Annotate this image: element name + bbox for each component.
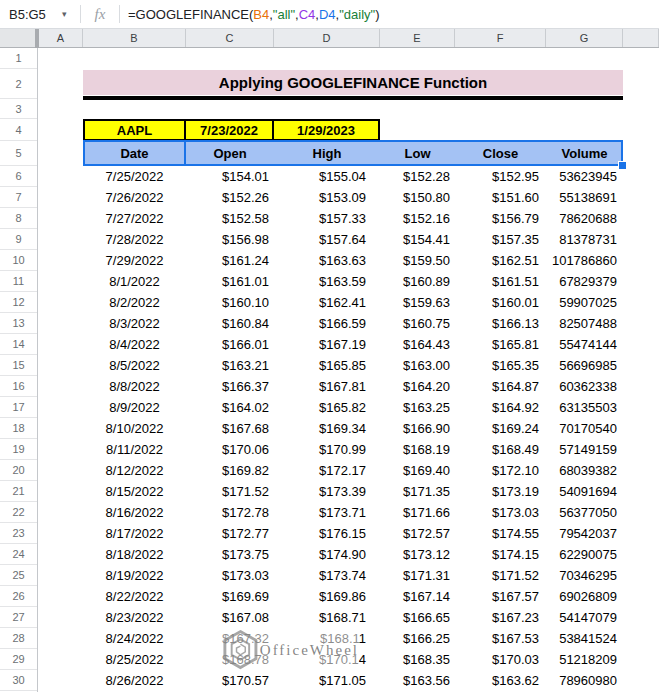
cell-open[interactable]: $166.01: [186, 334, 274, 355]
cell-close[interactable]: $172.10: [455, 460, 546, 481]
cell-high[interactable]: $170.99: [274, 439, 380, 460]
cell-open[interactable]: $163.21: [186, 355, 274, 376]
cell-date[interactable]: 8/24/2022: [83, 628, 186, 649]
cell-open[interactable]: $171.52: [186, 481, 274, 502]
cell-date[interactable]: 8/15/2022: [83, 481, 186, 502]
cell-date[interactable]: 8/4/2022: [83, 334, 186, 355]
cell-date[interactable]: 7/25/2022: [83, 166, 186, 187]
cell-open[interactable]: $169.69: [186, 586, 274, 607]
cell-high[interactable]: $163.59: [274, 271, 380, 292]
cell-open[interactable]: $152.58: [186, 208, 274, 229]
cell-date[interactable]: 8/18/2022: [83, 544, 186, 565]
cell-high[interactable]: $157.64: [274, 229, 380, 250]
cell-high[interactable]: $165.85: [274, 355, 380, 376]
cell-high[interactable]: $173.74: [274, 565, 380, 586]
cell-low[interactable]: $159.63: [380, 292, 455, 313]
cell-high[interactable]: $153.09: [274, 187, 380, 208]
cell-date[interactable]: 8/23/2022: [83, 607, 186, 628]
cell-close[interactable]: $171.52: [455, 565, 546, 586]
cell-low[interactable]: $166.90: [380, 418, 455, 439]
cell-open[interactable]: $167.32: [186, 628, 274, 649]
cell-close[interactable]: $156.79: [455, 208, 546, 229]
cell-close[interactable]: $163.62: [455, 670, 546, 691]
cell-volume[interactable]: 81378731: [546, 229, 623, 250]
cell-low[interactable]: $163.00: [380, 355, 455, 376]
cell-open[interactable]: $172.77: [186, 523, 274, 544]
cell-volume[interactable]: 63135503: [546, 397, 623, 418]
cell-close[interactable]: $166.13: [455, 313, 546, 334]
column-header-e[interactable]: E: [380, 29, 455, 47]
cell-close[interactable]: $157.35: [455, 229, 546, 250]
row-header-1[interactable]: 1: [0, 48, 37, 69]
cell-close[interactable]: $168.49: [455, 439, 546, 460]
cell-close[interactable]: $162.51: [455, 250, 546, 271]
cell-close[interactable]: $165.35: [455, 355, 546, 376]
cell-low[interactable]: $172.57: [380, 523, 455, 544]
cell-volume[interactable]: 55138691: [546, 187, 623, 208]
row-header-3[interactable]: 3: [0, 99, 37, 119]
cell-low[interactable]: $168.35: [380, 649, 455, 670]
cell-open[interactable]: $173.03: [186, 565, 274, 586]
cell-high[interactable]: $174.90: [274, 544, 380, 565]
column-header-d[interactable]: D: [274, 29, 380, 47]
cell-high[interactable]: $162.41: [274, 292, 380, 313]
cell-high[interactable]: $176.15: [274, 523, 380, 544]
cell-close[interactable]: $151.60: [455, 187, 546, 208]
cell-high[interactable]: $170.14: [274, 649, 380, 670]
cell-high[interactable]: $166.59: [274, 313, 380, 334]
cell-close[interactable]: $161.51: [455, 271, 546, 292]
title-cell[interactable]: Applying GOOGLEFINANCE Function: [83, 70, 623, 95]
cell-close[interactable]: $169.24: [455, 418, 546, 439]
cell-close[interactable]: $167.53: [455, 628, 546, 649]
column-header-b[interactable]: B: [83, 29, 186, 47]
start-date-cell[interactable]: 7/23/2022: [184, 119, 274, 141]
row-header-4[interactable]: 4: [0, 119, 37, 141]
cell-date[interactable]: 7/29/2022: [83, 250, 186, 271]
cell-high[interactable]: $157.33: [274, 208, 380, 229]
cell-date[interactable]: 7/26/2022: [83, 187, 186, 208]
cell-date[interactable]: 8/22/2022: [83, 586, 186, 607]
cell-close[interactable]: $173.19: [455, 481, 546, 502]
cell-open[interactable]: $168.78: [186, 649, 274, 670]
cell-open[interactable]: $154.01: [186, 166, 274, 187]
cell-date[interactable]: 8/10/2022: [83, 418, 186, 439]
cell-low[interactable]: $152.28: [380, 166, 455, 187]
cell-volume[interactable]: 55474144: [546, 334, 623, 355]
cell-low[interactable]: $166.65: [380, 607, 455, 628]
cell-open[interactable]: $160.10: [186, 292, 274, 313]
cell-date[interactable]: 8/19/2022: [83, 565, 186, 586]
cell-date[interactable]: 8/26/2022: [83, 670, 186, 691]
cell-open[interactable]: $173.75: [186, 544, 274, 565]
cell-close[interactable]: $165.81: [455, 334, 546, 355]
cell-volume[interactable]: 68039382: [546, 460, 623, 481]
cell-close[interactable]: $164.92: [455, 397, 546, 418]
cell-high[interactable]: $171.05: [274, 670, 380, 691]
cell-volume[interactable]: 70346295: [546, 565, 623, 586]
cell-volume[interactable]: 56377050: [546, 502, 623, 523]
cell-open[interactable]: $166.37: [186, 376, 274, 397]
fill-handle[interactable]: [618, 161, 627, 170]
cell-open[interactable]: $170.06: [186, 439, 274, 460]
cell-open[interactable]: $161.01: [186, 271, 274, 292]
name-box[interactable]: B5:G5: [0, 7, 62, 22]
cell-date[interactable]: 8/16/2022: [83, 502, 186, 523]
cell-date[interactable]: 8/9/2022: [83, 397, 186, 418]
cell-high[interactable]: $169.86: [274, 586, 380, 607]
cell-low[interactable]: $152.16: [380, 208, 455, 229]
cell-date[interactable]: 8/17/2022: [83, 523, 186, 544]
ticker-cell[interactable]: AAPL: [83, 119, 186, 141]
column-header-g[interactable]: G: [546, 29, 623, 47]
cell-open[interactable]: $161.24: [186, 250, 274, 271]
cell-low[interactable]: $160.89: [380, 271, 455, 292]
cell-low[interactable]: $167.14: [380, 586, 455, 607]
column-title-high[interactable]: High: [274, 141, 380, 166]
cell-volume[interactable]: 51218209: [546, 649, 623, 670]
cell-low[interactable]: $159.50: [380, 250, 455, 271]
formula-input[interactable]: =GOOGLEFINANCE(B4,"all",C4,D4,"daily"): [120, 7, 659, 22]
cell-close[interactable]: $167.57: [455, 586, 546, 607]
cell-date[interactable]: 8/1/2022: [83, 271, 186, 292]
select-all-corner[interactable]: [0, 29, 35, 47]
cell-open[interactable]: $156.98: [186, 229, 274, 250]
cell-volume[interactable]: 57149159: [546, 439, 623, 460]
column-title-open[interactable]: Open: [186, 141, 274, 166]
